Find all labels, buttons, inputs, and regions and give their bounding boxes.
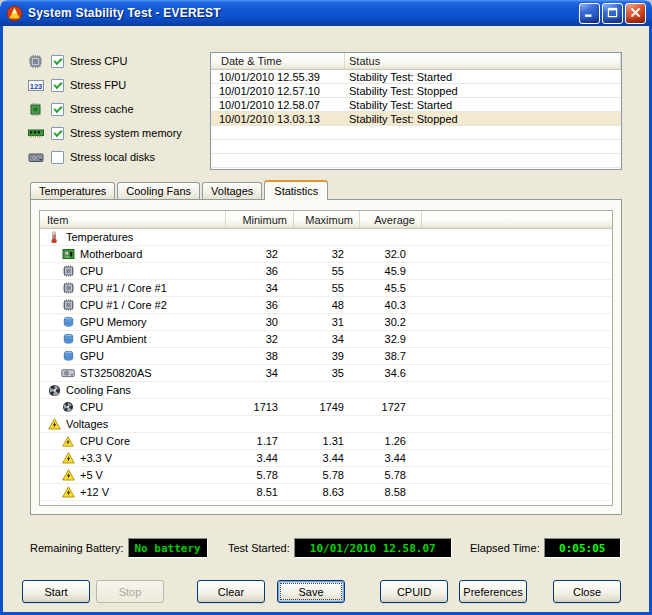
stat-minimum: 30 <box>226 316 294 328</box>
titlebar[interactable]: System Stability Test - EVEREST <box>0 0 652 26</box>
col-maximum[interactable]: Maximum <box>294 211 360 228</box>
stats-row-12-v[interactable]: +12 V8.518.638.58 <box>40 484 612 501</box>
stats-group-voltages[interactable]: Voltages <box>40 416 612 433</box>
close-button[interactable] <box>625 3 646 24</box>
voltage-small-icon <box>61 435 75 447</box>
checkbox-stress-system-memory[interactable] <box>51 127 64 140</box>
stats-row-st3250820as[interactable]: ST3250820AS343534.6 <box>40 365 612 382</box>
checkbox-stress-fpu[interactable] <box>51 79 64 92</box>
voltage-icon <box>47 418 61 430</box>
thermometer-icon <box>47 231 61 243</box>
log-row-empty <box>211 168 621 170</box>
stat-maximum: 39 <box>294 350 360 362</box>
log-rows: 10/01/2010 12.55.39Stability Test: Start… <box>211 70 621 170</box>
stats-row-gpu-memory[interactable]: GPU Memory303130.2 <box>40 314 612 331</box>
everest-app-icon <box>6 5 23 22</box>
checkbox-stress-cache[interactable] <box>51 103 64 116</box>
chip-icon <box>61 282 75 294</box>
stats-row-gpu-ambient[interactable]: GPU Ambient323432.9 <box>40 331 612 348</box>
stats-row-cpu[interactable]: CPU365545.9 <box>40 263 612 280</box>
stats-item-label: ST3250820AS <box>80 367 152 379</box>
stats-group-cooling-fans[interactable]: Cooling Fans <box>40 382 612 399</box>
checkbox-stress-local-disks[interactable] <box>51 151 64 164</box>
stats-item-label: CPU #1 / Core #1 <box>80 282 167 294</box>
log-status: Stability Test: Started <box>345 99 621 111</box>
close-icon <box>630 7 641 20</box>
close-button[interactable]: Close <box>553 580 621 603</box>
log-datetime: 10/01/2010 12.57.10 <box>211 85 345 97</box>
stats-group-label: Voltages <box>66 418 108 430</box>
log-row[interactable]: 10/01/2010 12.57.10Stability Test: Stopp… <box>211 84 621 98</box>
start-button[interactable]: Start <box>22 580 90 603</box>
log-row[interactable]: 10/01/2010 13.03.13Stability Test: Stopp… <box>211 112 621 126</box>
minimize-icon <box>584 7 595 20</box>
stat-average: 34.6 <box>360 367 422 379</box>
stat-minimum: 36 <box>226 299 294 311</box>
stress-option-label: Stress cache <box>70 103 134 115</box>
stat-average: 38.7 <box>360 350 422 362</box>
stats-row-cpu-1-core-2[interactable]: CPU #1 / Core #2364840.3 <box>40 297 612 314</box>
col-average[interactable]: Average <box>360 211 422 228</box>
stat-maximum: 8.63 <box>294 486 360 498</box>
stat-average: 32.9 <box>360 333 422 345</box>
stats-row-5-v[interactable]: +5 V5.785.785.78 <box>40 467 612 484</box>
log-col-status[interactable]: Status <box>345 53 621 69</box>
col-item[interactable]: Item <box>40 211 226 228</box>
stats-item-label: GPU Memory <box>80 316 147 328</box>
log-datetime: 10/01/2010 12.55.39 <box>211 71 345 83</box>
stress-option-stress-cpu[interactable]: Stress CPU <box>28 53 182 69</box>
status-bar: Remaining Battery:No batteryTest Started… <box>0 537 652 559</box>
tab-temperatures[interactable]: Temperatures <box>30 182 115 199</box>
elapsed-time-value: 0:05:05 <box>544 538 621 558</box>
stat-maximum: 1749 <box>294 401 360 413</box>
stop-button[interactable]: Stop <box>96 580 164 603</box>
stats-row-cpu-core[interactable]: CPU Core1.171.311.26 <box>40 433 612 450</box>
col-minimum[interactable]: Minimum <box>226 211 294 228</box>
cpuid-button[interactable]: CPUID <box>380 580 448 603</box>
stat-average: 1.26 <box>360 435 422 447</box>
stress-option-stress-system-memory[interactable]: Stress system memory <box>28 125 182 141</box>
tab-statistics[interactable]: Statistics <box>264 180 328 200</box>
stat-average: 32.0 <box>360 248 422 260</box>
test-started: Test Started:10/01/2010 12.58.07 <box>228 537 452 559</box>
stats-row-gpu[interactable]: GPU383938.7 <box>40 348 612 365</box>
stat-average: 3.44 <box>360 452 422 464</box>
stats-item-label: CPU #1 / Core #2 <box>80 299 167 311</box>
tab-cooling-fans[interactable]: Cooling Fans <box>117 182 200 199</box>
stats-row-motherboard[interactable]: Motherboard323232.0 <box>40 246 612 263</box>
stress-option-stress-fpu[interactable]: 123Stress FPU <box>28 77 182 93</box>
log-header: Date & Time Status <box>211 53 621 70</box>
log-row[interactable]: 10/01/2010 12.58.07Stability Test: Start… <box>211 98 621 112</box>
stat-average: 1727 <box>360 401 422 413</box>
stat-minimum: 36 <box>226 265 294 277</box>
stats-row-cpu-1-core-1[interactable]: CPU #1 / Core #1345545.5 <box>40 280 612 297</box>
stats-item-label: CPU Core <box>80 435 130 447</box>
maximize-button[interactable] <box>602 3 623 24</box>
log-row-empty <box>211 154 621 168</box>
minimize-button[interactable] <box>579 3 600 24</box>
stat-minimum: 32 <box>226 248 294 260</box>
stat-minimum: 38 <box>226 350 294 362</box>
stats-item-label: +3.3 V <box>80 452 112 464</box>
log-row-empty <box>211 126 621 140</box>
log-status: Stability Test: Started <box>345 71 621 83</box>
log-status: Stability Test: Stopped <box>345 113 621 125</box>
stats-group-temperatures[interactable]: Temperatures <box>40 229 612 246</box>
stats-row-cpu[interactable]: CPU171317491727 <box>40 399 612 416</box>
stress-option-stress-local-disks[interactable]: Stress local disks <box>28 149 182 165</box>
disk-icon <box>28 151 48 164</box>
stress-option-label: Stress system memory <box>70 127 182 139</box>
clear-button[interactable]: Clear <box>197 580 265 603</box>
preferences-button[interactable]: Preferences <box>459 580 527 603</box>
motherboard-icon <box>61 248 75 260</box>
tab-voltages[interactable]: Voltages <box>202 182 262 199</box>
save-button[interactable]: Save <box>277 580 345 603</box>
stress-option-stress-cache[interactable]: Stress cache <box>28 101 182 117</box>
checkbox-stress-cpu[interactable] <box>51 55 64 68</box>
gpu-icon <box>61 350 75 362</box>
log-datetime: 10/01/2010 12.58.07 <box>211 99 345 111</box>
log-row[interactable]: 10/01/2010 12.55.39Stability Test: Start… <box>211 70 621 84</box>
stats-row-3-3-v[interactable]: +3.3 V3.443.443.44 <box>40 450 612 467</box>
gpu-icon <box>61 316 75 328</box>
log-col-datetime[interactable]: Date & Time <box>211 53 345 69</box>
